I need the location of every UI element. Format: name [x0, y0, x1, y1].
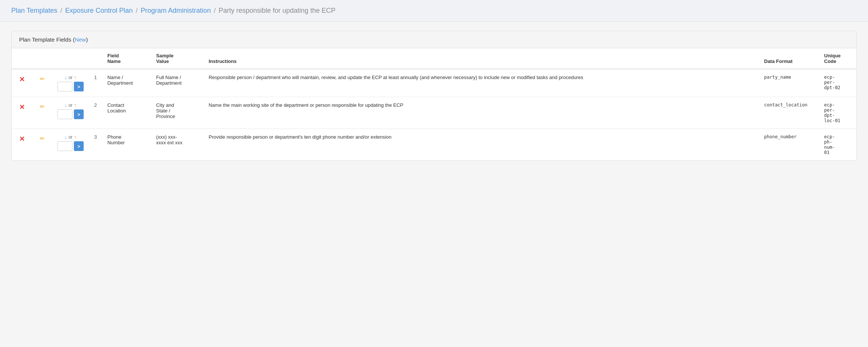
th-field-name: FieldName [102, 48, 151, 69]
move-position-input[interactable] [57, 109, 72, 119]
arrow-up-icon[interactable]: ↑ [74, 102, 77, 108]
move-go-button[interactable]: > [74, 109, 84, 119]
instructions: Responsible person / department who will… [203, 69, 759, 97]
move-position-input[interactable] [57, 141, 72, 151]
breadcrumb-program-administration[interactable]: Program Administration [141, 7, 211, 15]
th-edit [32, 48, 52, 69]
main-content: Plan Template Fields (New) FieldName Sam… [0, 22, 868, 170]
move-position-input[interactable] [57, 82, 72, 91]
move-area: ↓ or ↑ > [57, 102, 84, 119]
delete-button[interactable]: ✕ [17, 102, 27, 112]
table-row: ✕✏ ↓ or ↑ > 3Phone Number(xxx) xxx- xxxx… [12, 129, 856, 161]
delete-button[interactable]: ✕ [17, 75, 27, 84]
arrow-up-icon[interactable]: ↑ [74, 75, 77, 80]
unique-code: ecp- per- dpt- loc-01 [819, 97, 856, 129]
data-format: phone_number [759, 129, 819, 161]
fields-table: FieldName SampleValue Instructions Data … [12, 48, 856, 160]
breadcrumb-sep-1: / [60, 7, 62, 15]
table-row: ✕✏ ↓ or ↑ > 2Contact LocationCity and St… [12, 97, 856, 129]
breadcrumb-exposure-control-plan[interactable]: Exposure Control Plan [65, 7, 133, 15]
breadcrumb-plan-templates[interactable]: Plan Templates [11, 7, 57, 15]
move-arrows: ↓ or ↑ [65, 102, 77, 108]
th-unique-code: UniqueCode [819, 48, 856, 69]
unique-code: ecp- ph- num- 01 [819, 129, 856, 161]
th-num [89, 48, 102, 69]
arrow-down-icon[interactable]: ↓ [65, 134, 67, 140]
edit-button[interactable]: ✏ [38, 75, 47, 83]
row-number: 3 [89, 129, 102, 161]
card-header-prefix: Plan Template Fields ( [19, 36, 75, 43]
edit-button[interactable]: ✏ [38, 102, 47, 111]
field-name: Phone Number [102, 129, 151, 161]
move-area: ↓ or ↑ > [57, 75, 84, 91]
sample-value: City and State / Province [151, 97, 203, 129]
field-name: Name / Department [102, 69, 151, 97]
breadcrumb: Plan Templates / Exposure Control Plan /… [0, 0, 868, 22]
sample-value: Full Name / Department [151, 69, 203, 97]
card-header-suffix: ) [86, 36, 88, 43]
arrow-down-icon[interactable]: ↓ [65, 102, 67, 108]
instructions: Name the main working site of the depart… [203, 97, 759, 129]
th-data-format: Data Format [759, 48, 819, 69]
move-arrows: ↓ or ↑ [65, 75, 77, 80]
breadcrumb-sep-2: / [136, 7, 138, 15]
th-move [52, 48, 89, 69]
new-link[interactable]: New [75, 36, 86, 43]
card-header: Plan Template Fields (New) [12, 31, 856, 48]
move-go-button[interactable]: > [74, 82, 84, 91]
data-format: party_name [759, 69, 819, 97]
th-sample-value: SampleValue [151, 48, 203, 69]
or-label: or [69, 135, 73, 140]
th-instructions: Instructions [203, 48, 759, 69]
edit-button[interactable]: ✏ [38, 134, 47, 143]
row-number: 2 [89, 97, 102, 129]
row-number: 1 [89, 69, 102, 97]
move-area: ↓ or ↑ > [57, 134, 84, 151]
breadcrumb-current: Party responsible for updating the ECP [219, 7, 335, 15]
or-label: or [69, 75, 73, 80]
move-arrows: ↓ or ↑ [65, 134, 77, 140]
plan-template-fields-card: Plan Template Fields (New) FieldName Sam… [11, 31, 857, 161]
delete-button[interactable]: ✕ [17, 134, 27, 144]
move-go-button[interactable]: > [74, 141, 84, 151]
table-row: ✕✏ ↓ or ↑ > 1Name / DepartmentFull Name … [12, 69, 856, 97]
instructions: Provide responsible person or department… [203, 129, 759, 161]
sample-value: (xxx) xxx- xxxx ext xxx [151, 129, 203, 161]
arrow-down-icon[interactable]: ↓ [65, 75, 67, 80]
unique-code: ecp- per- dpt-02 [819, 69, 856, 97]
field-name: Contact Location [102, 97, 151, 129]
th-delete [12, 48, 32, 69]
arrow-up-icon[interactable]: ↑ [74, 134, 77, 140]
or-label: or [69, 103, 73, 108]
data-format: contact_location [759, 97, 819, 129]
breadcrumb-sep-3: / [214, 7, 216, 15]
